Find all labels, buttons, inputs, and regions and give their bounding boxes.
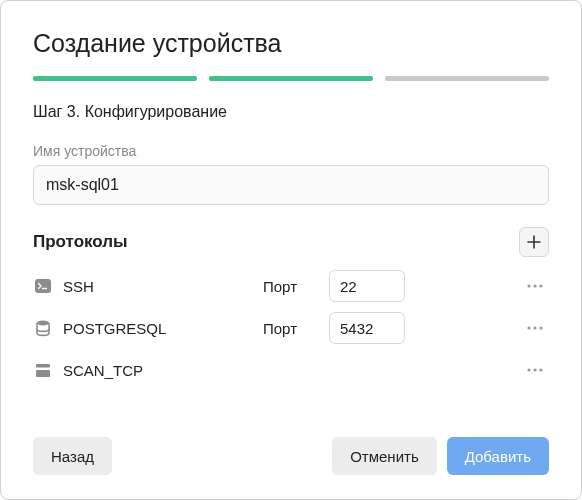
protocol-row: POSTGRESQL Порт [33,307,549,349]
scan-icon [33,360,53,380]
device-name-input[interactable] [33,165,549,205]
svg-point-11 [527,368,530,371]
progress-step-3 [385,76,549,81]
svg-rect-0 [35,279,51,293]
create-device-dialog: Создание устройства Шаг 3. Конфигурирова… [0,0,582,500]
more-icon [526,284,544,288]
protocol-more-button[interactable] [521,314,549,342]
svg-rect-9 [36,364,50,368]
step-label: Шаг 3. Конфигурирование [33,103,549,121]
protocol-more-button[interactable] [521,356,549,384]
wizard-progress [33,76,549,81]
port-input[interactable] [329,312,405,344]
more-icon [526,326,544,330]
protocols-title: Протоколы [33,232,128,252]
port-label: Порт [263,278,319,295]
back-button[interactable]: Назад [33,437,112,475]
more-icon [526,368,544,372]
svg-point-5 [37,321,49,326]
svg-point-6 [527,326,530,329]
protocol-name: SCAN_TCP [63,362,253,379]
device-name-label: Имя устройства [33,143,549,159]
dialog-title: Создание устройства [33,29,549,58]
svg-point-12 [533,368,536,371]
progress-step-2 [209,76,373,81]
svg-point-7 [533,326,536,329]
database-icon [33,318,53,338]
svg-point-3 [533,284,536,287]
protocol-row: SSH Порт [33,265,549,307]
svg-rect-10 [36,370,50,377]
add-protocol-button[interactable] [519,227,549,257]
protocol-row: SCAN_TCP [33,349,549,391]
protocol-name: SSH [63,278,253,295]
protocol-name: POSTGRESQL [63,320,253,337]
dialog-footer: Назад Отменить Добавить [33,421,549,475]
port-label: Порт [263,320,319,337]
svg-point-8 [539,326,542,329]
svg-point-13 [539,368,542,371]
progress-step-1 [33,76,197,81]
svg-point-2 [527,284,530,287]
protocol-more-button[interactable] [521,272,549,300]
cancel-button[interactable]: Отменить [332,437,437,475]
terminal-icon [33,276,53,296]
svg-point-4 [539,284,542,287]
plus-icon [527,235,541,249]
port-input[interactable] [329,270,405,302]
protocols-header: Протоколы [33,227,549,257]
add-button[interactable]: Добавить [447,437,549,475]
